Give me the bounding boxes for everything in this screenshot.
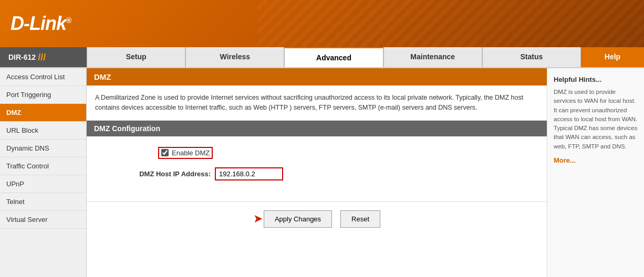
enable-dmz-label[interactable]: Enable DMZ (172, 149, 210, 157)
header: D-Link® (0, 0, 644, 47)
tab-maintenance[interactable]: Maintenance (383, 47, 482, 67)
help-more-link[interactable]: More... (554, 156, 638, 164)
enable-dmz-checkbox[interactable] (161, 149, 169, 156)
sidebar-item-upnp[interactable]: UPnP (0, 175, 86, 193)
apply-arrow-group: ➤ Apply Changes (253, 210, 332, 228)
enable-dmz-row: Enable DMZ (158, 147, 538, 159)
nav-bar: DIR-612 /// Setup Wireless Advanced Main… (0, 47, 644, 68)
tab-help[interactable]: Help (581, 47, 644, 67)
config-body: Enable DMZ DMZ Host IP Address: (87, 136, 547, 196)
tab-advanced[interactable]: Advanced (284, 47, 383, 67)
sidebar-item-traffic-control[interactable]: Traffic Control (0, 157, 86, 175)
reset-button[interactable]: Reset (340, 210, 380, 228)
help-text: DMZ is used to provide services to WAN f… (554, 88, 638, 151)
enable-dmz-checkbox-box: Enable DMZ (158, 147, 213, 159)
sidebar: Access Control List Port Triggering DMZ … (0, 68, 87, 277)
main-layout: Access Control List Port Triggering DMZ … (0, 68, 644, 277)
section-title: DMZ (87, 68, 547, 86)
help-title: Helpful Hints... (554, 76, 638, 83)
logo-trademark: ® (66, 16, 71, 25)
buttons-row: ➤ Apply Changes Reset (87, 201, 547, 238)
tab-status[interactable]: Status (482, 47, 581, 67)
dmz-host-ip-row: DMZ Host IP Address: (127, 167, 538, 180)
tab-wireless[interactable]: Wireless (185, 47, 284, 67)
config-title: DMZ Configuration (87, 121, 547, 136)
sidebar-item-url-block[interactable]: URL Block (0, 122, 86, 140)
sidebar-item-telnet[interactable]: Telnet (0, 193, 86, 211)
sidebar-item-dmz[interactable]: DMZ (0, 104, 86, 122)
ip-field-label: DMZ Host IP Address: (127, 170, 211, 178)
logo: D-Link® (11, 13, 71, 35)
content-area: DMZ A Demilitarized Zone is used to prov… (87, 68, 547, 277)
dmz-host-ip-input[interactable] (215, 167, 283, 180)
sidebar-item-port-triggering[interactable]: Port Triggering (0, 86, 86, 104)
apply-arrow-icon: ➤ (253, 212, 263, 226)
device-label: DIR-612 /// (0, 47, 87, 67)
sidebar-item-access-control-list[interactable]: Access Control List (0, 68, 86, 86)
apply-button[interactable]: Apply Changes (264, 210, 332, 228)
tab-setup[interactable]: Setup (87, 47, 185, 67)
nav-slashes: /// (38, 52, 46, 63)
help-panel: Helpful Hints... DMZ is used to provide … (547, 68, 644, 277)
nav-tabs: Setup Wireless Advanced Maintenance Stat… (87, 47, 581, 67)
sidebar-item-dynamic-dns[interactable]: Dynamic DNS (0, 140, 86, 157)
section-description: A Demilitarized Zone is used to provide … (87, 86, 547, 121)
sidebar-item-virtual-server[interactable]: Virtual Server (0, 211, 86, 229)
